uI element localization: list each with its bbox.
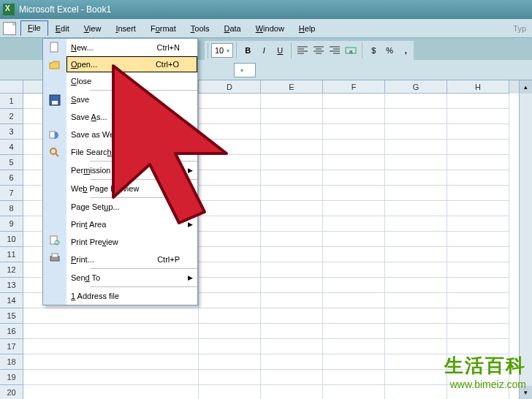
- cell[interactable]: [385, 232, 447, 247]
- cell[interactable]: [261, 216, 323, 232]
- cell[interactable]: [385, 354, 447, 370]
- row-header[interactable]: 19: [0, 370, 23, 385]
- cell[interactable]: [385, 370, 447, 385]
- menu-print[interactable]: Print...Ctrl+P: [66, 251, 197, 268]
- cell[interactable]: [199, 247, 261, 262]
- row-header[interactable]: 17: [0, 339, 23, 354]
- cell[interactable]: [261, 170, 323, 186]
- cell[interactable]: [23, 385, 199, 399]
- cell[interactable]: [261, 201, 323, 216]
- menu-insert[interactable]: Insert: [108, 21, 143, 36]
- cell[interactable]: [323, 247, 385, 262]
- cell[interactable]: [385, 247, 447, 262]
- cell[interactable]: [323, 155, 385, 170]
- cell[interactable]: [261, 385, 323, 399]
- cell[interactable]: [323, 124, 385, 140]
- cell[interactable]: [261, 140, 323, 155]
- cell[interactable]: [447, 262, 509, 278]
- cell[interactable]: [23, 354, 199, 370]
- cell[interactable]: [447, 232, 509, 247]
- cell[interactable]: [385, 170, 447, 186]
- cell[interactable]: [323, 216, 385, 232]
- cell[interactable]: [23, 308, 199, 324]
- cell[interactable]: [447, 186, 509, 201]
- cell[interactable]: [323, 262, 385, 278]
- row-header[interactable]: 15: [0, 308, 23, 324]
- cell[interactable]: [199, 354, 261, 370]
- row-header[interactable]: 1: [0, 94, 23, 109]
- col-header[interactable]: H: [447, 80, 509, 94]
- cell[interactable]: [447, 339, 509, 354]
- font-size-dropdown[interactable]: 10▾: [211, 43, 233, 58]
- cell[interactable]: [385, 109, 447, 124]
- percent-button[interactable]: %: [382, 43, 397, 58]
- cell[interactable]: [447, 216, 509, 232]
- cell[interactable]: [261, 94, 323, 109]
- cell[interactable]: [199, 262, 261, 278]
- cell[interactable]: [23, 324, 199, 339]
- workbook-icon[interactable]: [3, 22, 16, 35]
- cell[interactable]: [385, 339, 447, 354]
- cell[interactable]: [385, 324, 447, 339]
- cell[interactable]: [323, 140, 385, 155]
- cell[interactable]: [199, 324, 261, 339]
- cell[interactable]: [199, 339, 261, 354]
- cell[interactable]: [447, 308, 509, 324]
- cell[interactable]: [261, 339, 323, 354]
- row-header[interactable]: 16: [0, 324, 23, 339]
- cell[interactable]: [23, 339, 199, 354]
- cell[interactable]: [323, 339, 385, 354]
- cell[interactable]: [261, 155, 323, 170]
- row-header[interactable]: 9: [0, 216, 23, 232]
- align-left-button[interactable]: [295, 43, 310, 58]
- menu-send-to[interactable]: Send To▶: [66, 269, 197, 286]
- cell[interactable]: [385, 155, 447, 170]
- cell[interactable]: [261, 232, 323, 247]
- row-header[interactable]: 3: [0, 124, 23, 140]
- cell[interactable]: [323, 308, 385, 324]
- menu-data[interactable]: Data: [216, 21, 248, 36]
- bold-button[interactable]: B: [240, 43, 255, 58]
- comma-button[interactable]: ,: [398, 43, 413, 58]
- cell[interactable]: [323, 385, 385, 399]
- currency-button[interactable]: $: [366, 43, 381, 58]
- cell[interactable]: [385, 186, 447, 201]
- cell[interactable]: [447, 247, 509, 262]
- align-center-button[interactable]: [311, 43, 326, 58]
- align-right-button[interactable]: [327, 43, 342, 58]
- cell[interactable]: [447, 109, 509, 124]
- cell[interactable]: [447, 293, 509, 308]
- row-header[interactable]: 10: [0, 232, 23, 247]
- row-header[interactable]: 20: [0, 385, 23, 399]
- cell[interactable]: [199, 370, 261, 385]
- menu-tools[interactable]: Tools: [183, 21, 217, 36]
- row-header[interactable]: 6: [0, 170, 23, 186]
- row-header[interactable]: 13: [0, 278, 23, 293]
- cell[interactable]: [447, 170, 509, 186]
- cell[interactable]: [323, 354, 385, 370]
- underline-button[interactable]: U: [273, 43, 287, 58]
- row-header[interactable]: 4: [0, 140, 23, 155]
- cell[interactable]: [261, 354, 323, 370]
- row-header[interactable]: 14: [0, 293, 23, 308]
- row-header[interactable]: 7: [0, 186, 23, 201]
- cell[interactable]: [261, 370, 323, 385]
- cell[interactable]: [323, 109, 385, 124]
- help-search-hint[interactable]: Typ: [513, 24, 529, 33]
- cell[interactable]: [261, 109, 323, 124]
- cell[interactable]: [323, 370, 385, 385]
- cell[interactable]: [323, 324, 385, 339]
- row-header[interactable]: 18: [0, 354, 23, 370]
- cell[interactable]: [323, 201, 385, 216]
- cell[interactable]: [447, 124, 509, 140]
- cell[interactable]: [447, 201, 509, 216]
- row-header[interactable]: 2: [0, 109, 23, 124]
- cell[interactable]: [261, 293, 323, 308]
- cell[interactable]: [261, 247, 323, 262]
- cell[interactable]: [385, 124, 447, 140]
- menu-file[interactable]: File: [20, 20, 48, 36]
- scroll-up-button[interactable]: ▴: [520, 80, 532, 94]
- cell[interactable]: [323, 170, 385, 186]
- cell[interactable]: [261, 308, 323, 324]
- row-header[interactable]: 12: [0, 262, 23, 278]
